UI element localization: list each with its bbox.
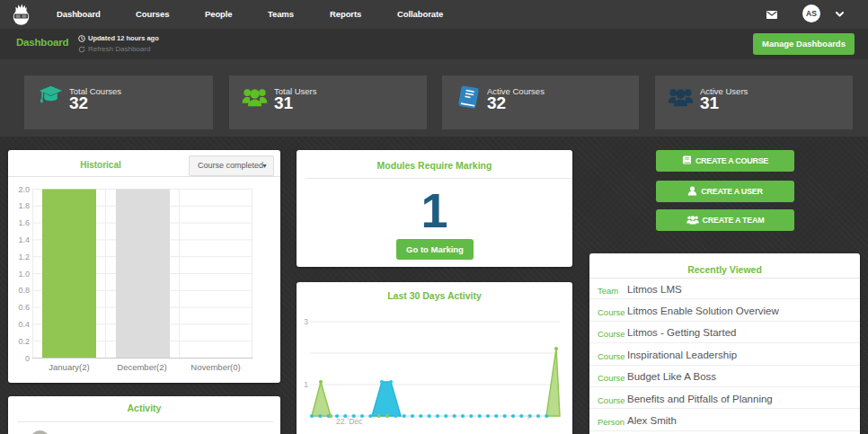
svg-text:0.4: 0.4: [18, 320, 30, 329]
svg-text:1.6: 1.6: [18, 218, 30, 227]
svg-text:0.8: 0.8: [18, 286, 30, 295]
svg-text:1.2: 1.2: [18, 252, 30, 261]
svg-text:November(0): November(0): [190, 362, 240, 372]
svg-text:0.6: 0.6: [18, 303, 30, 312]
svg-text:1.0: 1.0: [18, 270, 30, 279]
svg-text:January(2): January(2): [49, 362, 89, 372]
svg-text:1: 1: [304, 380, 308, 389]
svg-text:December(2): December(2): [117, 362, 166, 372]
svg-text:2.0: 2.0: [18, 185, 30, 194]
svg-text:0.2: 0.2: [18, 337, 30, 346]
svg-text:22. Dec: 22. Dec: [336, 417, 363, 426]
svg-text:1.8: 1.8: [18, 201, 30, 210]
svg-text:3: 3: [304, 317, 308, 326]
svg-text:1.4: 1.4: [18, 235, 30, 244]
svg-text:0: 0: [25, 354, 30, 363]
